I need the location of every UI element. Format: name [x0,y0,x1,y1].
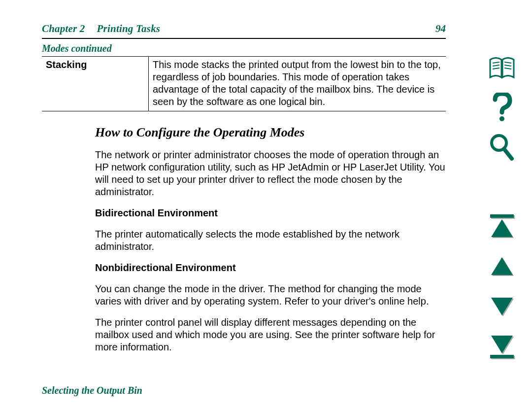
triangle-up-icon [491,219,513,237]
nonbidirectional-paragraph-2: The printer control panel will display d… [95,316,446,353]
toolbar [487,54,517,161]
bidirectional-paragraph: The printer automatically selects the mo… [95,228,446,253]
help-button[interactable] [488,94,516,121]
body-content: The network or printer administrator cho… [95,149,446,353]
magnifier-icon [489,133,515,161]
svg-line-8 [504,149,512,159]
footer-section-title: Selecting the Output Bin [42,385,142,396]
intro-paragraph: The network or printer administrator cho… [95,149,446,198]
page-number: 94 [435,23,446,35]
triangle-down-icon [491,298,513,315]
mode-name-cell: Stacking [42,57,149,111]
question-icon [491,93,513,122]
prev-page-button[interactable] [488,252,516,280]
header-rule [42,38,446,39]
book-icon [488,57,516,79]
bidirectional-heading: Bidirectional Environment [95,207,446,219]
document-page: Chapter 2Printing Tasks 94 Modes continu… [42,23,446,362]
last-page-button[interactable] [488,333,516,361]
first-page-button[interactable] [488,212,516,240]
mode-description-cell: This mode stacks the printed output from… [149,57,446,111]
triangle-up-icon [491,257,513,275]
page-navigation [487,212,517,361]
search-button[interactable] [488,133,516,161]
nonbidirectional-heading: Nonbidirectional Environment [95,262,446,274]
bar-icon [490,355,514,358]
nonbidirectional-paragraph-1: You can change the mode in the driver. T… [95,283,446,308]
svg-point-6 [499,116,504,121]
contents-button[interactable] [488,54,516,82]
table-row: Stacking This mode stacks the printed ou… [42,57,446,111]
next-page-button[interactable] [488,293,516,320]
chapter-title: Printing Tasks [97,23,161,34]
page-header: Chapter 2Printing Tasks 94 [42,23,446,35]
modes-table: Stacking This mode stacks the printed ou… [42,56,446,111]
chapter-label: Chapter 2 [42,23,85,34]
subheading: How to Configure the Operating Modes [95,125,446,140]
chapter-heading: Chapter 2Printing Tasks [42,23,160,35]
section-continued-label: Modes continued [42,43,446,54]
bar-icon [490,214,514,218]
triangle-down-icon [491,336,513,353]
